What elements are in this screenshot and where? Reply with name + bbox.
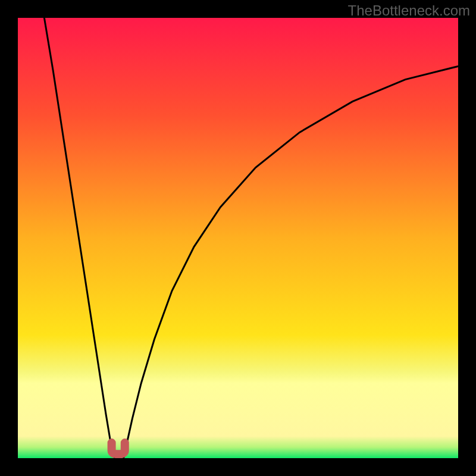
watermark-text: TheBottleneck.com	[348, 2, 470, 19]
chart-frame: TheBottleneck.com	[0, 0, 476, 476]
gradient-background	[18, 18, 458, 458]
chart-svg	[18, 18, 458, 458]
plot-area	[18, 18, 458, 458]
